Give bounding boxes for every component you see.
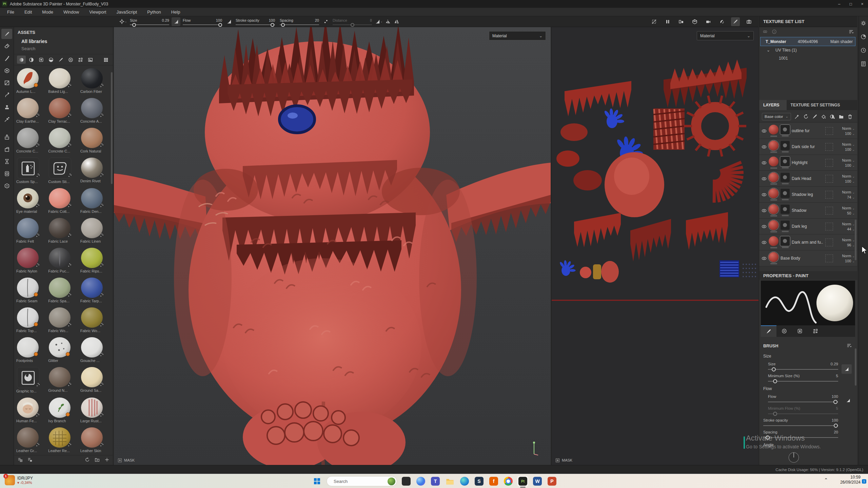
asset-leather-gr-[interactable]: Leather Gr... [16, 427, 47, 453]
dock-display-button[interactable] [861, 34, 866, 41]
particles-icon[interactable] [717, 17, 726, 26]
mesh-mode-icon[interactable] [690, 17, 699, 26]
properties-tab-brush[interactable] [761, 325, 776, 337]
layer-blend-mode[interactable]: Norm⌄ [835, 206, 855, 210]
falloff-icon[interactable] [172, 17, 180, 26]
layer-row-shadow[interactable]: Shadow Norm⌄ 50⌄ [759, 203, 857, 219]
new-folder-button[interactable] [95, 457, 100, 463]
polygon-fill-tool[interactable] [1, 78, 12, 88]
asset-custom-sp-[interactable]: Custom Sp... [16, 158, 47, 184]
layer-mask-thumbnail[interactable] [781, 125, 790, 134]
camera-mode-icon[interactable] [704, 17, 713, 26]
layer-row-highlight[interactable]: Highlight Norm⌄ 100⌄ [759, 155, 857, 171]
menu-file[interactable]: File [2, 9, 19, 15]
channel-select[interactable]: Base color ⌄ [762, 113, 791, 120]
asset-leather-re-[interactable]: Leather Re... [48, 427, 79, 453]
layer-material-thumbnail[interactable] [769, 172, 778, 182]
shader-select-2d[interactable]: Material ⌄ [697, 31, 754, 40]
filter-smart-materials-icon[interactable] [27, 56, 36, 64]
paint-tool[interactable] [1, 29, 12, 39]
filter-smart-masks-icon[interactable] [37, 56, 45, 64]
layer-material-thumbnail[interactable] [769, 236, 778, 246]
close-button[interactable]: × [856, 2, 868, 6]
export-button[interactable] [1, 132, 12, 142]
asset-concrete-c-[interactable]: Concrete C... [48, 128, 79, 154]
taskbar-icon-phone-link[interactable] [401, 476, 412, 487]
layer-opacity[interactable]: 100⌄ [835, 259, 855, 263]
asset-glitter[interactable]: Glitter [48, 337, 79, 363]
prop-stroke-opacity-slider[interactable] [763, 425, 838, 426]
layer-material-thumbnail[interactable] [769, 188, 778, 198]
texture-set-row[interactable]: T_Monster 4096x4096 Main shader [760, 37, 855, 46]
layer-material-thumbnail[interactable] [769, 252, 778, 262]
filter-filters-icon[interactable] [46, 56, 55, 64]
layer-blend-mode[interactable]: Norm⌄ [835, 190, 855, 194]
taskbar-icon-teams[interactable]: T [430, 476, 441, 487]
taskbar-icon-substance-painter[interactable]: Pt [517, 476, 528, 487]
asset-fabric-tarp-[interactable]: Fabric Tarp... [80, 278, 112, 303]
display-settings-button[interactable] [1, 181, 12, 191]
asset-fabric-rips-[interactable]: Fabric Rips... [80, 248, 112, 273]
toolbar-stroke-opacity[interactable]: Stroke opacity 100 [236, 18, 275, 25]
layer-material-thumbnail[interactable] [769, 157, 778, 166]
filter-brushes-icon[interactable] [56, 56, 65, 64]
dock-log-button[interactable] [861, 61, 866, 68]
eye-icon[interactable] [762, 160, 767, 165]
asset-fabric-wo-[interactable]: Fabric Wo... [48, 307, 79, 333]
eye-icon[interactable] [762, 256, 767, 261]
menu-javascript[interactable]: JavaScript [111, 9, 142, 15]
shelf-settings-button[interactable] [27, 457, 33, 463]
add-smart-material-button[interactable] [794, 114, 800, 119]
toolbar-distance[interactable]: Distance 8 [333, 18, 372, 25]
prop-stroke-opacity[interactable]: Stroke opacity 100 [763, 418, 852, 426]
taskbar-icon-firefox[interactable]: f [488, 476, 499, 487]
symmetry-off-icon[interactable] [650, 17, 658, 26]
taskbar-icon-steam[interactable]: S [474, 476, 485, 487]
texture-set-shader[interactable]: Main shader [830, 39, 853, 44]
asset-concrete-a-[interactable]: Concrete A... [80, 98, 112, 124]
uv-tiles-row[interactable]: ⌄ UV Tiles (1) [767, 48, 797, 53]
asset-clay-earthe-[interactable]: Clay Earthe... [16, 98, 47, 124]
weather-finance-widget[interactable]: 1 IDR/JPY ▾ -0,34% [5, 475, 33, 485]
start-button[interactable] [311, 475, 323, 487]
shader-select-3d[interactable]: Material ⌄ [489, 31, 546, 40]
asset-baked-lig-[interactable]: Baked Lig... [48, 68, 79, 94]
import-resources-button[interactable] [18, 457, 23, 463]
asset-autumn-l-[interactable]: Autumn L... [16, 68, 47, 94]
layer-mask-thumbnail[interactable] [781, 157, 790, 166]
taskbar-icon-powerpoint[interactable]: P [547, 476, 557, 487]
layer-blend-mode[interactable]: Norm⌄ [835, 142, 855, 146]
add-effects-button[interactable] [803, 114, 809, 119]
assets-scrollbar[interactable] [111, 72, 113, 184]
refresh-button[interactable] [85, 457, 90, 463]
asset-concrete-c-[interactable]: Concrete C... [16, 128, 47, 154]
menu-window[interactable]: Window [58, 9, 84, 15]
minimize-button[interactable]: – [833, 2, 845, 6]
layer-row-shadow-leg[interactable]: Shadow leg Norm⌄ 74⌄ [759, 187, 857, 203]
taskbar-icon-chrome[interactable] [503, 476, 514, 487]
asset-fabric-den-[interactable]: Fabric Den... [80, 188, 112, 214]
asset-large-rust-[interactable]: Large Rust... [80, 398, 112, 423]
paint-mode-icon[interactable] [731, 17, 740, 26]
toolbar-stroke-opacity-slider[interactable] [236, 24, 275, 25]
asset-fabric-puc-[interactable]: Fabric Puc... [48, 248, 79, 273]
taskbar-icon-word[interactable]: W [532, 476, 543, 487]
star-icon[interactable]: ⌄ [119, 17, 127, 26]
taskbar-icon-copilot[interactable] [415, 476, 426, 487]
asset-eye-material[interactable]: Eye material [16, 188, 47, 214]
asset-fabric-cott-[interactable]: Fabric Cott... [48, 188, 79, 214]
asset-custom-sti-[interactable]: Custom Sti... [48, 158, 79, 184]
asset-denim-rivet[interactable]: Denim Rivet [80, 158, 112, 184]
dots2-icon[interactable] [321, 17, 330, 26]
asset-leather-skin[interactable]: Leather Skin [80, 427, 112, 453]
falloff-button[interactable] [842, 364, 852, 374]
layer-row-base-body[interactable]: Base Body Norm⌄ 100⌄ [759, 250, 857, 266]
add-paint-button[interactable] [812, 114, 817, 119]
menu-help[interactable]: Help [166, 9, 185, 15]
prop-size-slider[interactable] [768, 369, 838, 370]
add-button[interactable] [104, 457, 110, 463]
layer-material-thumbnail[interactable] [769, 141, 778, 150]
asset-fabric-spa-[interactable]: Fabric Spa... [48, 278, 79, 303]
layer-opacity[interactable]: 100⌄ [835, 131, 855, 136]
asset-fabric-nylon[interactable]: Fabric Nylon [16, 248, 47, 273]
